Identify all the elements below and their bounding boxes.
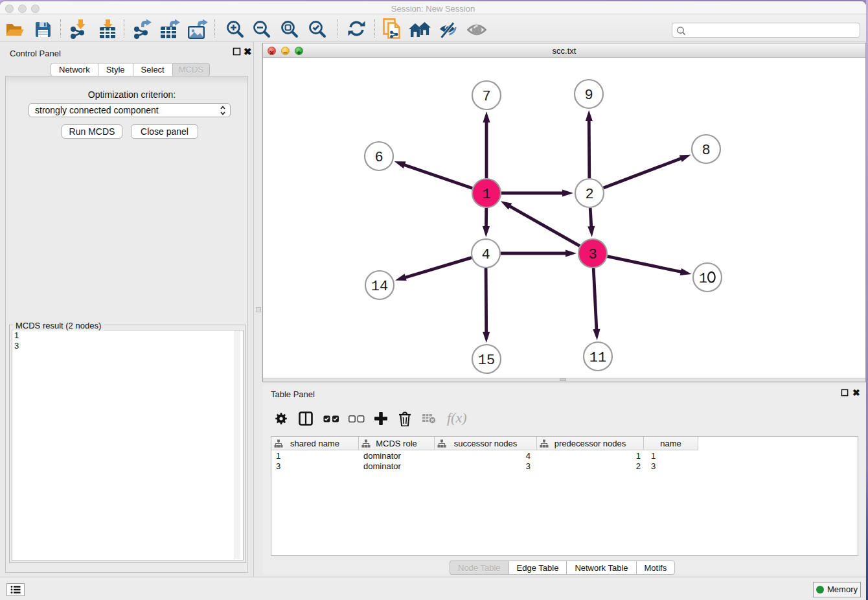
svg-text:1: 1 (699, 271, 707, 287)
svg-text:11: 11 (589, 350, 606, 366)
svg-text:14: 14 (371, 279, 388, 295)
svg-text:2: 2 (585, 187, 593, 203)
svg-text:15: 15 (478, 352, 495, 369)
svg-text:1: 1 (482, 187, 490, 203)
svg-text:9: 9 (584, 87, 593, 104)
svg-text:4: 4 (481, 247, 490, 263)
svg-text:7: 7 (482, 89, 490, 105)
svg-text:3: 3 (588, 247, 597, 263)
svg-text:8: 8 (702, 143, 710, 159)
svg-text:6: 6 (374, 150, 383, 166)
